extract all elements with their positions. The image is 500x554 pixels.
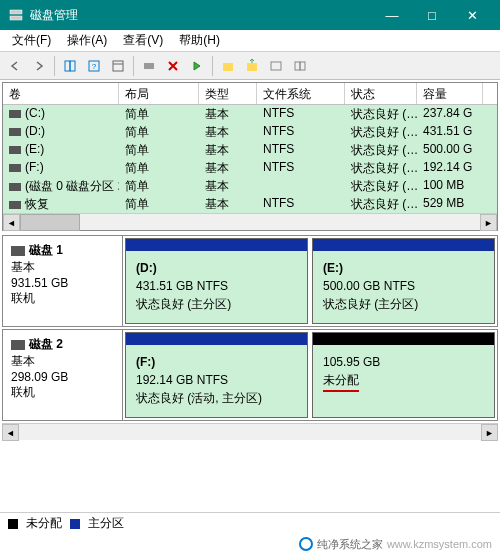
window-title: 磁盘管理 xyxy=(30,7,372,24)
svg-rect-9 xyxy=(223,63,233,71)
disk-row-2: 磁盘 2 基本 298.09 GB 联机 (F:)192.14 GB NTFS状… xyxy=(2,329,498,421)
minimize-button[interactable]: — xyxy=(372,0,412,30)
scroll-left-icon[interactable]: ◄ xyxy=(2,424,19,441)
legend-primary-swatch xyxy=(70,519,80,529)
watermark: 纯净系统之家 www.kzmsystem.com xyxy=(0,534,500,554)
menu-file[interactable]: 文件(F) xyxy=(4,30,59,51)
table-row[interactable]: (F:)简单基本NTFS状态良好 (…192.14 G xyxy=(3,159,497,177)
toolbar-btn-4[interactable] xyxy=(186,55,208,77)
volume-list: 卷 布局 类型 文件系统 状态 容量 (C:)简单基本NTFS状态良好 (…23… xyxy=(2,82,498,231)
col-layout[interactable]: 布局 xyxy=(119,83,199,104)
table-row[interactable]: (磁盘 0 磁盘分区 2)简单基本状态良好 (…100 MB xyxy=(3,177,497,195)
toolbar-btn-7[interactable] xyxy=(289,55,311,77)
svg-rect-13 xyxy=(300,62,305,70)
partition[interactable]: (E:)500.00 GB NTFS状态良好 (主分区) xyxy=(312,238,495,324)
svg-rect-10 xyxy=(247,63,257,71)
menu-help[interactable]: 帮助(H) xyxy=(171,30,228,51)
table-row[interactable]: (E:)简单基本NTFS状态良好 (…500.00 G xyxy=(3,141,497,159)
partition[interactable]: 105.95 GB未分配 xyxy=(312,332,495,418)
svg-text:?: ? xyxy=(92,62,97,71)
disk-2-status: 联机 xyxy=(11,384,114,401)
partition[interactable]: (F:)192.14 GB NTFS状态良好 (活动, 主分区) xyxy=(125,332,308,418)
menu-action[interactable]: 操作(A) xyxy=(59,30,115,51)
watermark-brand: 纯净系统之家 xyxy=(317,537,383,552)
maximize-button[interactable]: □ xyxy=(412,0,452,30)
column-headers: 卷 布局 类型 文件系统 状态 容量 xyxy=(3,83,497,105)
col-capacity[interactable]: 容量 xyxy=(417,83,483,104)
disk-1-status: 联机 xyxy=(11,290,114,307)
refresh-button[interactable] xyxy=(138,55,160,77)
folder-icon[interactable] xyxy=(217,55,239,77)
toolbar: ? xyxy=(0,52,500,80)
disk-icon xyxy=(11,340,25,350)
disk-icon xyxy=(11,246,25,256)
toolbar-btn-3[interactable] xyxy=(107,55,129,77)
svg-rect-1 xyxy=(10,16,22,20)
disk-1-type: 基本 xyxy=(11,259,114,276)
toolbar-btn-6[interactable] xyxy=(265,55,287,77)
map-scrollbar[interactable]: ◄ ► xyxy=(2,423,498,440)
menubar: 文件(F) 操作(A) 查看(V) 帮助(H) xyxy=(0,30,500,52)
titlebar: 磁盘管理 — □ ✕ xyxy=(0,0,500,30)
scroll-right-icon[interactable]: ► xyxy=(481,424,498,441)
window-controls: — □ ✕ xyxy=(372,0,492,30)
toolbar-btn-2[interactable]: ? xyxy=(83,55,105,77)
disk-2-name: 磁盘 2 xyxy=(29,336,63,353)
scroll-left-icon[interactable]: ◄ xyxy=(3,214,20,231)
watermark-logo-icon xyxy=(299,537,313,551)
legend-unallocated-swatch xyxy=(8,519,18,529)
app-icon xyxy=(8,7,24,23)
table-row[interactable]: 恢复简单基本NTFS状态良好 (…529 MB xyxy=(3,195,497,213)
legend-primary: 主分区 xyxy=(88,515,124,532)
disk-2-size: 298.09 GB xyxy=(11,370,114,384)
watermark-url: www.kzmsystem.com xyxy=(387,538,492,550)
disk-2-type: 基本 xyxy=(11,353,114,370)
scroll-thumb[interactable] xyxy=(20,214,80,231)
forward-button[interactable] xyxy=(28,55,50,77)
svg-rect-3 xyxy=(70,61,75,71)
disk-1-size: 931.51 GB xyxy=(11,276,114,290)
svg-rect-6 xyxy=(113,61,123,71)
table-row[interactable]: (C:)简单基本NTFS状态良好 (…237.84 G xyxy=(3,105,497,123)
disk-row-1: 磁盘 1 基本 931.51 GB 联机 (D:)431.51 GB NTFS状… xyxy=(2,235,498,327)
scroll-right-icon[interactable]: ► xyxy=(480,214,497,231)
delete-icon[interactable] xyxy=(162,55,184,77)
disk-1-name: 磁盘 1 xyxy=(29,242,63,259)
svg-rect-12 xyxy=(295,62,300,70)
col-status[interactable]: 状态 xyxy=(345,83,417,104)
toolbar-btn-5[interactable] xyxy=(241,55,263,77)
close-button[interactable]: ✕ xyxy=(452,0,492,30)
list-scrollbar[interactable]: ◄ ► xyxy=(3,213,497,230)
partition[interactable]: (D:)431.51 GB NTFS状态良好 (主分区) xyxy=(125,238,308,324)
table-row[interactable]: (D:)简单基本NTFS状态良好 (…431.51 G xyxy=(3,123,497,141)
menu-view[interactable]: 查看(V) xyxy=(115,30,171,51)
svg-rect-11 xyxy=(271,62,281,70)
svg-rect-2 xyxy=(65,61,70,71)
svg-rect-0 xyxy=(10,10,22,14)
toolbar-btn-1[interactable] xyxy=(59,55,81,77)
disk-map: 磁盘 1 基本 931.51 GB 联机 (D:)431.51 GB NTFS状… xyxy=(0,233,500,442)
legend-unallocated: 未分配 xyxy=(26,515,62,532)
legend: 未分配 主分区 xyxy=(0,512,500,534)
svg-rect-8 xyxy=(144,63,154,69)
col-type[interactable]: 类型 xyxy=(199,83,257,104)
disk-1-label[interactable]: 磁盘 1 基本 931.51 GB 联机 xyxy=(3,236,123,326)
col-volume[interactable]: 卷 xyxy=(3,83,119,104)
back-button[interactable] xyxy=(4,55,26,77)
col-fs[interactable]: 文件系统 xyxy=(257,83,345,104)
disk-2-label[interactable]: 磁盘 2 基本 298.09 GB 联机 xyxy=(3,330,123,420)
